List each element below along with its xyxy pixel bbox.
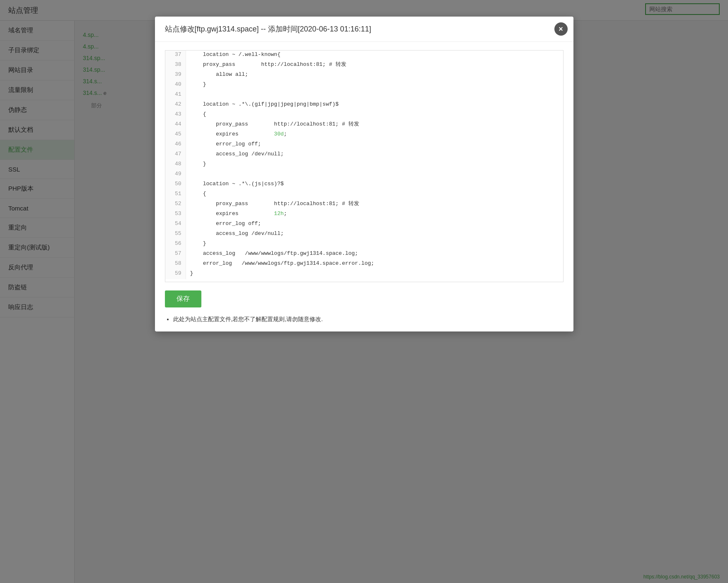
line-content: error_log /www/wwwlogs/ftp.gwj1314.space… [186, 259, 379, 269]
line-number: 40 [165, 80, 186, 90]
line-number: 37 [165, 51, 186, 60]
line-content: proxy_pass http://localhost:81; # 转发 [186, 200, 363, 210]
line-content: access_log /dev/null; [186, 230, 288, 239]
line-content: location ~ .*\.(js|css)?$ [186, 180, 288, 190]
line-number: 44 [165, 120, 186, 130]
modal: 站点修改[ftp.gwj1314.space] -- 添加时间[2020-06-… [155, 17, 573, 331]
code-line: 47 access_log /dev/null; [165, 150, 563, 160]
line-content: allow all; [186, 70, 252, 80]
line-number: 46 [165, 140, 186, 150]
line-number: 42 [165, 100, 186, 110]
code-line: 51 { [165, 190, 563, 200]
modal-header: 站点修改[ftp.gwj1314.space] -- 添加时间[2020-06-… [155, 17, 573, 42]
code-line: 40 } [165, 80, 563, 90]
line-content: location ~ .*\.(gif|jpg|jpeg|png|bmp|swf… [186, 100, 343, 110]
modal-close-button[interactable]: × [554, 22, 568, 36]
line-number: 53 [165, 210, 186, 220]
line-number: 52 [165, 200, 186, 210]
line-content: access_log /www/wwwlogs/ftp.gwj1314.spac… [186, 249, 363, 259]
code-line: 58 error_log /www/wwwlogs/ftp.gwj1314.sp… [165, 259, 563, 269]
line-content: } [186, 239, 210, 249]
code-line: 38 proxy_pass http://localhost:81; # 转发 [165, 60, 563, 70]
notice-text: 此处为站点主配置文件,若您不了解配置规则,请勿随意修改. [173, 316, 323, 322]
code-line: 49 [165, 170, 563, 180]
line-content [186, 90, 194, 100]
line-content: error_log off; [186, 220, 266, 230]
line-number: 45 [165, 130, 186, 140]
code-line: 46 error_log off; [165, 140, 563, 150]
code-line: 57 access_log /www/wwwlogs/ftp.gwj1314.s… [165, 249, 563, 259]
line-content: error_log off; [186, 140, 266, 150]
code-line: 48 } [165, 160, 563, 170]
code-line: 50 location ~ .*\.(js|css)?$ [165, 180, 563, 190]
notice: 此处为站点主配置文件,若您不了解配置规则,请勿随意修改. [165, 316, 564, 323]
line-number: 57 [165, 249, 186, 259]
line-number: 39 [165, 70, 186, 80]
line-number: 41 [165, 90, 186, 100]
code-line: 53 expires 12h; [165, 210, 563, 220]
line-number: 54 [165, 220, 186, 230]
line-number: 49 [165, 170, 186, 180]
line-content: expires 12h; [186, 210, 291, 220]
code-line: 43 { [165, 110, 563, 120]
modal-body: 37 location ~ /.well-known{38 proxy_pass… [155, 42, 573, 331]
line-content: location ~ /.well-known{ [186, 51, 285, 60]
save-button[interactable]: 保存 [165, 290, 201, 307]
line-number: 58 [165, 259, 186, 269]
code-editor[interactable]: 37 location ~ /.well-known{38 proxy_pass… [165, 50, 564, 282]
line-number: 48 [165, 160, 186, 170]
code-line: 37 location ~ /.well-known{ [165, 51, 563, 60]
line-number: 51 [165, 190, 186, 200]
line-content: proxy_pass http://localhost:81; # 转发 [186, 120, 363, 130]
line-content [186, 170, 194, 180]
code-line: 39 allow all; [165, 70, 563, 80]
line-number: 43 [165, 110, 186, 120]
line-content: access_log /dev/null; [186, 150, 288, 160]
line-number: 50 [165, 180, 186, 190]
code-line: 56 } [165, 239, 563, 249]
line-content: { [186, 190, 210, 200]
line-content: expires 30d; [186, 130, 291, 140]
code-line: 44 proxy_pass http://localhost:81; # 转发 [165, 120, 563, 130]
line-number: 38 [165, 60, 186, 70]
line-content: { [186, 110, 210, 120]
line-number: 59 [165, 269, 186, 279]
code-line: 45 expires 30d; [165, 130, 563, 140]
line-number: 56 [165, 239, 186, 249]
line-content: proxy_pass http://localhost:81; # 转发 [186, 60, 351, 70]
line-number: 47 [165, 150, 186, 160]
line-content: } [186, 160, 210, 170]
code-line: 52 proxy_pass http://localhost:81; # 转发 [165, 200, 563, 210]
modal-title: 站点修改[ftp.gwj1314.space] -- 添加时间[2020-06-… [165, 25, 371, 33]
modal-overlay: 站点修改[ftp.gwj1314.space] -- 添加时间[2020-06-… [0, 0, 728, 583]
line-content: } [186, 269, 198, 279]
code-line: 59} [165, 269, 563, 279]
code-line: 54 error_log off; [165, 220, 563, 230]
line-content: } [186, 80, 210, 90]
code-line: 41 [165, 90, 563, 100]
code-line: 55 access_log /dev/null; [165, 230, 563, 239]
line-number: 55 [165, 230, 186, 239]
code-line: 42 location ~ .*\.(gif|jpg|jpeg|png|bmp|… [165, 100, 563, 110]
